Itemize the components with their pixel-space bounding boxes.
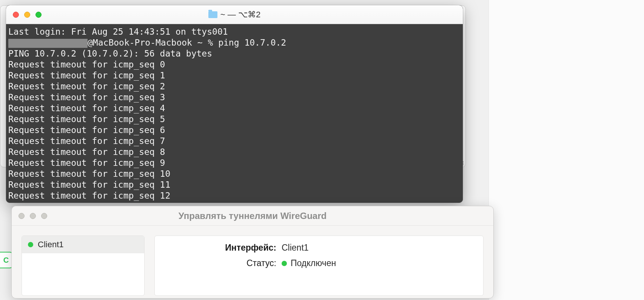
redacted-username	[8, 39, 88, 48]
terminal-line: Request timeout for icmp_seq 6	[8, 125, 461, 136]
interface-label: Интерфейс:	[165, 243, 282, 253]
folder-icon	[208, 11, 217, 18]
traffic-lights	[6, 12, 42, 18]
terminal-line: Request timeout for icmp_seq 4	[8, 103, 461, 114]
terminal-line: Request timeout for icmp_seq 9	[8, 158, 461, 168]
status-value: Подключен	[282, 258, 336, 268]
wireguard-window: Управлять туннелями WireGuard Client1 Ин…	[11, 206, 494, 298]
close-icon[interactable]	[13, 12, 19, 18]
zoom-icon[interactable]	[35, 12, 42, 18]
wireguard-titlebar[interactable]: Управлять туннелями WireGuard	[12, 206, 493, 226]
wireguard-title: Управлять туннелями WireGuard	[12, 211, 493, 221]
terminal-line: Request timeout for icmp_seq 7	[8, 136, 461, 147]
status-label: Статус:	[165, 258, 282, 268]
terminal-line: Request timeout for icmp_seq 1	[8, 70, 461, 81]
terminal-titlebar[interactable]: ~ — ⌥⌘2	[6, 5, 463, 24]
tunnel-list[interactable]: Client1	[22, 236, 145, 296]
minimize-icon[interactable]	[24, 12, 30, 18]
interface-row: Интерфейс: Client1	[165, 243, 473, 253]
interface-value: Client1	[282, 243, 309, 253]
wireguard-body: Client1 Интерфейс: Client1 Статус: Подкл…	[12, 226, 493, 300]
tunnel-detail-panel: Интерфейс: Client1 Статус: Подключен	[154, 236, 484, 296]
terminal-line: Request timeout for icmp_seq 12	[8, 190, 461, 201]
cutoff-button-label: C	[3, 256, 9, 265]
terminal-line: Request timeout for icmp_seq 5	[8, 114, 461, 125]
terminal-title: ~ — ⌥⌘2	[6, 10, 463, 20]
terminal-line: Request timeout for icmp_seq 3	[8, 92, 461, 103]
status-dot-icon	[28, 242, 33, 247]
terminal-line: Request timeout for icmp_seq 0	[8, 59, 461, 70]
terminal-line: Request timeout for icmp_seq 11	[8, 179, 461, 190]
status-text: Подключен	[291, 258, 336, 268]
tunnel-list-item[interactable]: Client1	[22, 236, 144, 253]
terminal-title-text: ~ — ⌥⌘2	[220, 10, 260, 20]
terminal-line: PING 10.7.0.2 (10.7.0.2): 56 data bytes	[8, 48, 461, 59]
tunnel-name: Client1	[38, 240, 63, 249]
status-row: Статус: Подключен	[165, 258, 473, 268]
terminal-line: Last login: Fri Aug 25 14:43:51 on ttys0…	[8, 26, 461, 37]
terminal-line: Request timeout for icmp_seq 10	[8, 168, 461, 179]
terminal-line: Request timeout for icmp_seq 2	[8, 81, 461, 92]
status-dot-icon	[282, 261, 287, 266]
terminal-line: Request timeout for icmp_seq 8	[8, 147, 461, 158]
right-panel-background	[488, 0, 644, 300]
terminal-line: @MacBook-Pro-Macbook ~ % ping 10.7.0.2	[8, 37, 461, 48]
cutoff-action-button[interactable]: C	[0, 252, 13, 268]
terminal-window: ~ — ⌥⌘2 Last login: Fri Aug 25 14:43:51 …	[6, 5, 463, 203]
terminal-output[interactable]: Last login: Fri Aug 25 14:43:51 on ttys0…	[6, 24, 463, 203]
